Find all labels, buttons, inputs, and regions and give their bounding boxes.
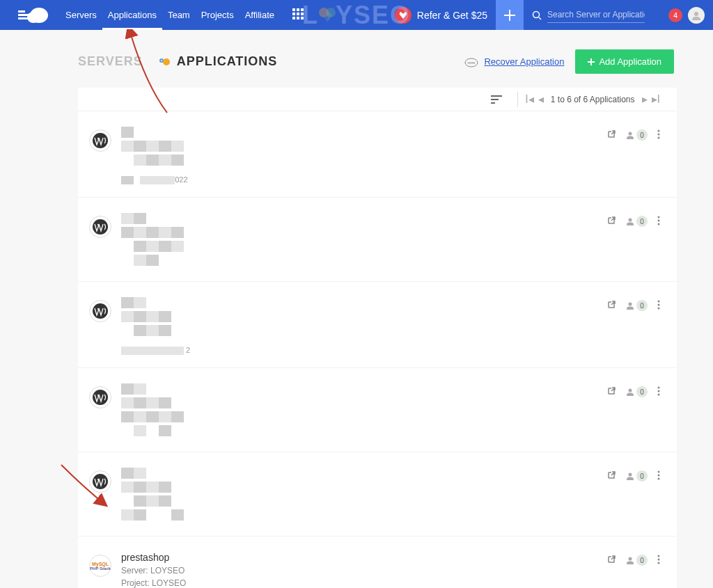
recover-application-link[interactable]: www Recover Application [464,55,564,69]
heart-icon [317,5,338,26]
more-menu-icon[interactable] [657,470,660,480]
svg-line-17 [539,17,541,19]
pagination: I◂ ◂ 1 to 6 of 6 Applications ▸ ▸I [525,93,660,106]
list-toolbar: I◂ ◂ 1 to 6 of 6 Applications ▸ ▸I [78,88,677,111]
plus-icon [504,10,515,21]
nav-applications[interactable]: Applications [102,0,162,30]
app-body: prestashop Server: LOYSEO Project: LOYSE… [121,552,606,588]
applications-panel: I◂ ◂ 1 to 6 of 6 Applications ▸ ▸I 022 0 [78,88,677,588]
wordpress-icon [89,129,111,152]
app-row[interactable]: 022 0 [78,111,677,198]
svg-point-51 [658,559,660,561]
more-menu-icon[interactable] [657,386,660,396]
refer-button[interactable]: Refer & Get $25 [386,7,496,24]
refer-heart-icon [395,7,412,24]
svg-point-42 [658,390,660,392]
user-count: 0 [626,386,648,397]
app-name: prestashop [121,552,606,563]
app-body: 2 [121,297,606,355]
nav-projects[interactable]: Projects [196,0,240,30]
svg-point-4 [27,12,40,23]
search-box [524,0,663,30]
tab-applications[interactable]: APPLICATIONS [159,54,278,69]
page-info: 1 to 6 of 6 Applications [551,95,635,104]
app-row[interactable]: 0 [78,368,677,452]
svg-point-52 [658,562,660,564]
svg-point-41 [658,387,660,389]
add-button[interactable] [496,0,524,30]
open-external-icon[interactable] [606,470,616,480]
cloud-logo[interactable] [18,7,49,24]
svg-point-45 [629,473,632,477]
more-menu-icon[interactable] [657,300,660,310]
svg-rect-7 [301,8,304,11]
apps-grid-icon[interactable] [292,8,304,22]
svg-point-30 [629,218,632,222]
svg-point-46 [658,471,660,473]
svg-rect-11 [292,17,295,19]
more-menu-icon[interactable] [657,129,660,139]
top-nav: Servers Applications Team Projects Affil… [0,0,713,30]
svg-point-35 [629,303,632,306]
app-row-prestashop[interactable]: MySQL PHP Stack prestashop Server: LOYSE… [78,537,677,588]
svg-rect-9 [297,13,299,15]
page-first-icon[interactable]: I◂ [525,93,533,106]
svg-point-50 [658,555,660,557]
user-icon [626,301,634,310]
app-body [121,213,606,269]
search-input[interactable] [547,7,645,23]
app-server: Server: LOYSEO [121,564,606,577]
open-external-icon[interactable] [606,216,616,225]
svg-point-38 [658,308,660,310]
svg-point-28 [658,137,660,139]
nav-team[interactable]: Team [162,0,196,30]
svg-point-26 [658,130,660,132]
svg-point-33 [658,223,660,225]
phpstack-icon: MySQL PHP Stack [89,555,111,577]
open-external-icon[interactable] [606,129,616,139]
user-icon [626,131,634,139]
svg-point-14 [319,8,329,17]
sort-icon[interactable] [491,95,502,104]
more-menu-icon[interactable] [657,216,660,225]
svg-point-40 [629,389,632,392]
open-external-icon[interactable] [606,386,616,396]
svg-rect-2 [18,10,25,13]
user-avatar[interactable] [688,7,705,24]
more-menu-icon[interactable] [657,555,660,564]
nav-affiliate[interactable]: Affiliate [240,0,280,30]
app-row[interactable]: 0 [78,452,677,537]
search-icon [532,10,542,20]
add-application-button[interactable]: Add Application [575,49,674,74]
wordpress-icon [89,216,111,238]
svg-rect-23 [491,102,495,104]
cloudways-logo-icon [18,7,49,24]
svg-rect-22 [491,99,499,100]
page-last-icon[interactable]: ▸I [652,93,660,106]
svg-point-37 [658,304,660,306]
svg-rect-21 [491,95,502,97]
nav-servers[interactable]: Servers [60,0,102,30]
app-body: 022 [121,127,606,184]
sub-header: SERVERS APPLICATIONS www Recover Applica… [0,30,713,88]
open-external-icon[interactable] [606,300,616,310]
wordpress-icon [89,300,111,322]
svg-point-36 [658,301,660,303]
www-icon: www [464,55,478,69]
user-count: 0 [626,216,648,227]
tab-servers[interactable]: SERVERS [78,54,143,69]
user-icon [626,472,634,480]
app-row[interactable]: 0 [78,198,677,282]
user-icon [626,388,634,396]
notification-badge[interactable]: 4 [668,8,682,22]
svg-point-16 [533,11,540,17]
svg-point-48 [658,478,660,480]
open-external-icon[interactable] [606,555,616,564]
page-next-icon[interactable]: ▸ [642,93,648,106]
svg-rect-1 [18,17,28,19]
plus-icon [588,58,595,65]
user-count: 0 [626,555,648,566]
nav-links: Servers Applications Team Projects Affil… [60,0,280,30]
app-row[interactable]: 2 0 [78,282,677,368]
page-prev-icon[interactable]: ◂ [538,93,544,106]
